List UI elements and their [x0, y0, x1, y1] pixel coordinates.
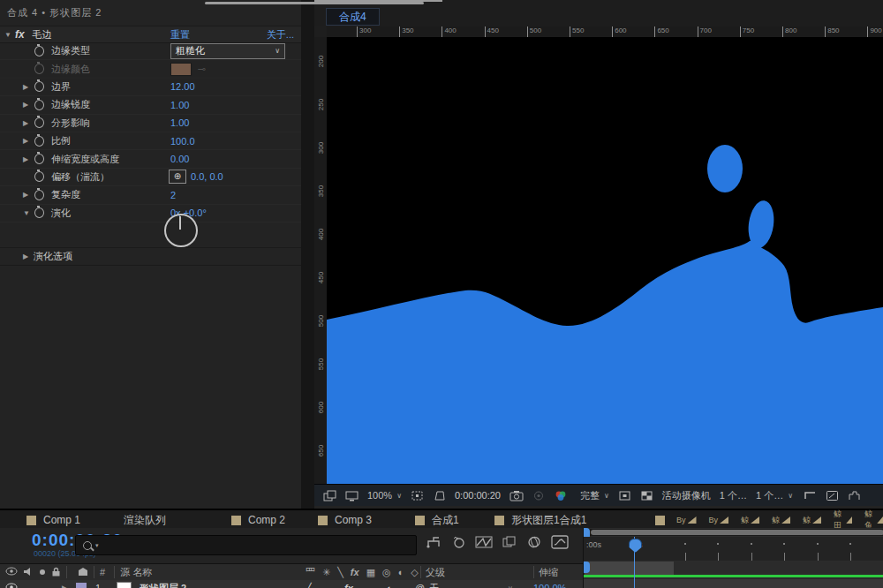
- timeline-h-scrollbar[interactable]: [584, 529, 883, 536]
- parent-select[interactable]: 无: [429, 582, 439, 588]
- adjustment-layer-column-icon[interactable]: ◐: [398, 567, 404, 577]
- layer-visibility-eye-icon[interactable]: [5, 583, 18, 588]
- property-value[interactable]: 2: [170, 190, 176, 200]
- monitor-icon[interactable]: [345, 490, 358, 501]
- brainstorm-icon[interactable]: [526, 535, 542, 549]
- label-color-icon[interactable]: [78, 567, 88, 578]
- resolution-select[interactable]: 完整 ∨: [580, 489, 609, 502]
- property-value[interactable]: 0.00: [170, 154, 189, 164]
- show-channels-icon[interactable]: [554, 490, 568, 501]
- snapshot-camera-icon[interactable]: [509, 490, 524, 501]
- effect-row-5[interactable]: ▶ 比例100.0: [0, 132, 301, 150]
- composition-canvas[interactable]: [327, 37, 883, 484]
- stopwatch-icon[interactable]: [34, 171, 44, 182]
- evolution-options-row[interactable]: ▶ 演化选项: [0, 247, 301, 266]
- view-count-b[interactable]: 1 个… ∨: [756, 489, 793, 502]
- edge-type-dropdown[interactable]: 粗糙化∨: [170, 43, 285, 59]
- stopwatch-icon[interactable]: [34, 154, 44, 164]
- collapse-transformations-icon[interactable]: ✳: [322, 567, 330, 578]
- mini-comp-tab[interactable]: 鲸: [803, 515, 821, 526]
- layer-name[interactable]: 形状图层 2: [140, 582, 186, 588]
- quality-icon[interactable]: ╲: [337, 567, 343, 578]
- graph-editor-icon[interactable]: [551, 535, 569, 549]
- parent-column-header[interactable]: 父级: [426, 566, 445, 579]
- composition-tab[interactable]: 合成4: [326, 8, 380, 26]
- stopwatch-icon[interactable]: [34, 117, 44, 128]
- mini-comp-tab[interactable]: By: [676, 516, 697, 524]
- stopwatch-icon[interactable]: [34, 81, 44, 92]
- out-bracket-icon[interactable]: [584, 562, 590, 573]
- property-value[interactable]: 0.0, 0.0: [191, 171, 223, 182]
- effect-row-7[interactable]: 偏移（湍流）⊕0.0, 0.0: [0, 169, 301, 186]
- panel-tab-comp-3[interactable]: Comp 3: [318, 510, 372, 530]
- motion-blur-column-icon[interactable]: ◎: [382, 567, 391, 578]
- stretch-value[interactable]: 100.0%: [533, 583, 566, 588]
- property-value[interactable]: 1.00: [170, 100, 189, 110]
- property-value[interactable]: 12.00: [170, 81, 195, 92]
- layer-label-color[interactable]: [76, 583, 87, 588]
- panel-drag-handle[interactable]: [205, 2, 424, 4]
- evolution-dial[interactable]: [164, 214, 198, 247]
- speaker-icon[interactable]: [23, 567, 34, 578]
- stopwatch-icon[interactable]: [34, 136, 44, 147]
- layer-duration-track[interactable]: [584, 579, 883, 588]
- panel-tab-形状图层1合成1[interactable]: 形状图层1合成1: [494, 510, 586, 530]
- panel-tab-渲染队列[interactable]: 渲染队列: [124, 510, 166, 530]
- effect-row-2[interactable]: ▶ 边界12.00: [0, 79, 301, 96]
- property-value[interactable]: 100.0: [170, 136, 195, 147]
- effect-row-8[interactable]: ▶ 复杂度2: [0, 186, 301, 204]
- frame-blending-icon[interactable]: [475, 535, 493, 549]
- magnification-select[interactable]: 100% ∨: [367, 490, 402, 501]
- panel-tab-comp-2[interactable]: Comp 2: [231, 510, 285, 530]
- mini-comp-tab[interactable]: 鲸: [741, 515, 759, 526]
- search-options-chevron-icon[interactable]: ▾: [95, 542, 99, 549]
- stopwatch-icon[interactable]: [34, 64, 44, 74]
- effect-row-3[interactable]: ▶ 边缘锐度1.00: [0, 96, 301, 114]
- effects-column-icon[interactable]: fx: [351, 567, 359, 577]
- region-of-interest-icon[interactable]: [411, 490, 424, 501]
- effect-row-1[interactable]: 边缘颜色⊸: [0, 60, 301, 78]
- expand-triangle-icon[interactable]: ▶: [23, 119, 32, 127]
- timeline-search-input[interactable]: ▾: [75, 535, 417, 555]
- comp-square-icon[interactable]: [655, 516, 665, 525]
- composition-mini-flowchart-icon[interactable]: [426, 535, 442, 549]
- parent-chevron-icon[interactable]: ∨: [508, 584, 513, 588]
- panel-tab-合成1[interactable]: 合成1: [415, 510, 459, 530]
- expand-triangle-icon[interactable]: ▶: [23, 155, 32, 163]
- panel-tab-comp-1[interactable]: Comp 1: [26, 510, 80, 530]
- expand-triangle-icon[interactable]: ▶: [23, 83, 32, 91]
- fast-previews-icon[interactable]: [618, 490, 631, 501]
- viewer-timecode[interactable]: 0:00:00:20: [455, 490, 501, 501]
- stopwatch-icon[interactable]: [34, 190, 44, 200]
- motion-blur-icon[interactable]: [502, 535, 517, 549]
- parent-pickwhip-icon[interactable]: @: [415, 583, 425, 588]
- pixel-aspect-icon[interactable]: [804, 490, 817, 501]
- transparency-grid-icon[interactable]: [640, 490, 653, 501]
- eye-icon[interactable]: [5, 567, 18, 577]
- show-snapshot-icon[interactable]: [532, 490, 545, 501]
- frame-blend-column-icon[interactable]: ▦: [366, 567, 375, 578]
- effect-header-row[interactable]: ▼ fx 毛边 重置 关于...: [0, 26, 301, 43]
- stretch-column-header[interactable]: 伸缩: [539, 566, 558, 579]
- view-count-a[interactable]: 1 个…: [720, 489, 747, 502]
- mini-comp-tab[interactable]: By: [709, 516, 729, 524]
- camera-view-select[interactable]: 活动摄像机: [662, 489, 711, 502]
- always-preview-icon[interactable]: [323, 490, 336, 501]
- expand-triangle-icon[interactable]: ▶: [23, 137, 32, 145]
- live-update-icon[interactable]: [450, 535, 466, 549]
- threed-column-icon[interactable]: ◇: [411, 567, 418, 578]
- exposure-icon[interactable]: [826, 490, 839, 501]
- effect-row-6[interactable]: ▶ 伸缩宽度或高度0.00: [0, 150, 301, 168]
- eyedropper-icon[interactable]: ⊸: [198, 64, 206, 75]
- edge-color-swatch[interactable]: [170, 63, 192, 76]
- lock-icon[interactable]: [51, 567, 61, 578]
- collapse-triangle-icon[interactable]: ▼: [4, 31, 11, 39]
- layer-quality-icon[interactable]: ╱: [306, 583, 312, 588]
- source-name-column-header[interactable]: 源 名称: [120, 566, 152, 579]
- mini-comp-tab[interactable]: 鲸: [772, 515, 790, 526]
- time-ruler[interactable]: :00s 01s: [584, 537, 883, 561]
- expand-triangle-icon[interactable]: ▶: [23, 191, 32, 199]
- layer-fx-icon[interactable]: fx: [344, 583, 353, 588]
- shy-icon[interactable]: 罒: [306, 566, 315, 579]
- solo-icon[interactable]: [39, 567, 46, 577]
